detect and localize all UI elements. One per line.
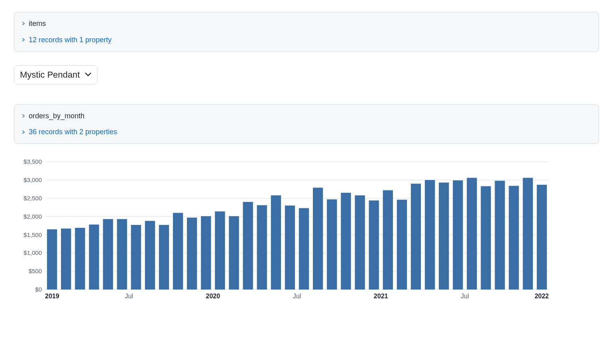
bar xyxy=(439,183,449,290)
svg-text:$0: $0 xyxy=(35,286,42,293)
svg-text:2021: 2021 xyxy=(374,293,388,299)
svg-text:$2,000: $2,000 xyxy=(24,213,42,220)
bar xyxy=(201,216,211,290)
bar xyxy=(271,196,281,290)
svg-text:$1,000: $1,000 xyxy=(24,250,42,256)
bar xyxy=(159,225,169,290)
chevron-right-icon xyxy=(22,114,26,118)
svg-text:Jul: Jul xyxy=(461,293,469,299)
bar xyxy=(229,216,239,290)
bar xyxy=(187,218,197,290)
orders-chart: $0$500$1,000$1,500$2,000$2,500$3,000$3,5… xyxy=(14,154,599,301)
bar xyxy=(509,186,519,290)
svg-text:Jul: Jul xyxy=(293,293,301,299)
bar xyxy=(481,186,491,290)
bar xyxy=(47,229,57,290)
svg-text:$2,500: $2,500 xyxy=(24,195,42,202)
chevron-right-icon xyxy=(22,130,26,134)
item-selector[interactable]: Mystic Pendant xyxy=(14,65,98,84)
items-summary: 12 records with 1 property xyxy=(29,34,112,46)
bar xyxy=(145,221,155,290)
svg-text:$1,500: $1,500 xyxy=(24,231,42,238)
svg-text:2022: 2022 xyxy=(534,293,549,299)
bar xyxy=(117,219,127,290)
bar xyxy=(285,205,295,290)
bar xyxy=(369,201,379,290)
chevron-right-icon xyxy=(22,22,26,25)
items-card: items 12 records with 1 property xyxy=(14,12,599,52)
bar xyxy=(467,178,477,290)
bar xyxy=(257,205,267,290)
svg-text:Jul: Jul xyxy=(125,293,133,299)
bar xyxy=(215,211,225,290)
chevron-down-icon xyxy=(84,71,92,78)
svg-text:$3,500: $3,500 xyxy=(24,158,42,165)
bar xyxy=(411,184,421,290)
svg-text:$3,000: $3,000 xyxy=(24,176,42,183)
item-selector-value: Mystic Pendant xyxy=(20,70,80,80)
orders-summary: 36 records with 2 properties xyxy=(29,126,117,138)
bar xyxy=(495,181,505,290)
bar xyxy=(327,200,337,290)
bar xyxy=(89,225,99,290)
bar-chart-svg: $0$500$1,000$1,500$2,000$2,500$3,000$3,5… xyxy=(14,154,556,301)
bar xyxy=(243,202,253,290)
items-summary-row[interactable]: 12 records with 1 property xyxy=(22,34,591,46)
orders-card: orders_by_month 36 records with 2 proper… xyxy=(14,104,599,144)
bar xyxy=(61,229,71,290)
orders-name: orders_by_month xyxy=(29,110,84,122)
orders-name-row[interactable]: orders_by_month xyxy=(22,110,591,122)
bar xyxy=(425,180,435,290)
bar xyxy=(299,208,309,290)
bar xyxy=(103,219,113,290)
bar xyxy=(355,196,365,290)
bar xyxy=(453,180,463,290)
items-name-row[interactable]: items xyxy=(22,18,591,29)
chevron-right-icon xyxy=(22,38,26,42)
orders-summary-row[interactable]: 36 records with 2 properties xyxy=(22,126,591,138)
svg-text:$500: $500 xyxy=(29,268,42,274)
bar xyxy=(523,178,533,290)
svg-text:2020: 2020 xyxy=(206,293,220,299)
svg-text:2019: 2019 xyxy=(45,293,59,299)
bar xyxy=(173,213,183,290)
bar xyxy=(75,228,85,290)
bar xyxy=(341,193,351,290)
bar xyxy=(313,188,323,290)
bar xyxy=(537,185,547,290)
bar xyxy=(383,190,393,290)
items-name: items xyxy=(29,18,46,29)
bar xyxy=(397,200,407,290)
bar xyxy=(131,225,141,290)
